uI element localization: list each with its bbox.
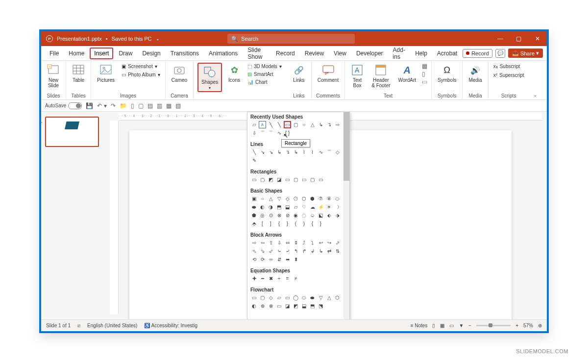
shape-basic-25[interactable]: ⊗ bbox=[275, 212, 283, 219]
shape-arrow-4[interactable]: ⇔ bbox=[284, 239, 291, 246]
slide-thumbnail-1[interactable] bbox=[45, 117, 99, 147]
shape-line-f[interactable]: ↳ bbox=[292, 148, 299, 156]
media-button[interactable]: 🔊Media bbox=[466, 63, 484, 84]
superscript-button[interactable]: x²Superscript bbox=[492, 72, 525, 79]
shape-eq-times[interactable]: ✖ bbox=[267, 275, 274, 282]
shape-line-i[interactable]: ∿ bbox=[317, 148, 324, 156]
shape-rect-3[interactable]: ◩ bbox=[267, 176, 274, 183]
shape-basic-35[interactable]: ] bbox=[267, 220, 274, 227]
comment-button[interactable]: Comment bbox=[316, 63, 341, 84]
tab-record[interactable]: Record bbox=[271, 48, 299, 59]
text-direction-icon[interactable]: ⎚ bbox=[77, 323, 80, 328]
shape-flow-15[interactable]: ◪ bbox=[284, 302, 291, 310]
shape-arrow-1[interactable]: ⇦ bbox=[259, 239, 266, 246]
shape-trapezoid[interactable]: ▱ bbox=[250, 121, 258, 128]
links-button[interactable]: 🔗 Links bbox=[291, 63, 307, 84]
shape-basic-29[interactable]: ☺ bbox=[309, 212, 316, 219]
shape-line-a[interactable]: ╲ bbox=[250, 148, 258, 156]
shape-basic-20[interactable]: ☀ bbox=[325, 203, 333, 211]
maximize-button[interactable]: ▢ bbox=[510, 31, 528, 46]
shape-line-k[interactable]: ◇ bbox=[334, 148, 341, 156]
header-footer-button[interactable]: Header & Footer bbox=[369, 63, 392, 89]
tab-transitions[interactable]: Transitions bbox=[166, 48, 203, 59]
shape-basic-3[interactable]: ▽ bbox=[275, 195, 283, 202]
shape-line-b[interactable]: ↘ bbox=[259, 148, 266, 156]
tab-file[interactable]: File bbox=[45, 48, 63, 59]
shape-flow-19[interactable]: ⬔ bbox=[317, 302, 324, 310]
shape-arrow-11[interactable]: ⬁ bbox=[250, 247, 258, 255]
search-input[interactable]: 🔍 Search bbox=[227, 34, 355, 44]
zoom-out-button[interactable]: − bbox=[468, 323, 471, 328]
shape-arrow-9[interactable]: ↪ bbox=[325, 239, 333, 246]
shape-arrow-14[interactable]: ⤷ bbox=[275, 247, 283, 255]
subscript-button[interactable]: x₂Subscript bbox=[492, 63, 525, 70]
shape-basic-33[interactable]: ⬘ bbox=[250, 220, 258, 227]
normal-view-icon[interactable]: ▯ bbox=[432, 323, 435, 328]
shape-flow-7[interactable]: ⬬ bbox=[309, 294, 316, 301]
shape-basic-14[interactable]: ⬒ bbox=[275, 203, 283, 211]
shape-oval[interactable]: ○ bbox=[300, 121, 308, 128]
3d-models-button[interactable]: ⬚3D Models ▾ bbox=[246, 63, 283, 70]
shape-arrow-17[interactable]: ↱ bbox=[300, 247, 308, 255]
shape-flow-11[interactable]: ◐ bbox=[250, 302, 258, 310]
shape-basic-41[interactable]: } bbox=[317, 220, 324, 227]
shape-basic-15[interactable]: ⬓ bbox=[284, 203, 291, 211]
shape-flow-4[interactable]: ▭ bbox=[284, 294, 291, 301]
shape-basic-32[interactable]: ⬗ bbox=[334, 212, 341, 219]
shape-arrow-10[interactable]: ⬀ bbox=[334, 239, 341, 246]
shape-line-g[interactable]: ⌇ bbox=[300, 148, 308, 156]
shape-arrow-23[interactable]: ⟳ bbox=[259, 256, 266, 263]
shape-eq-neq[interactable]: ≠ bbox=[292, 275, 299, 282]
shape-arrow-24[interactable]: ⬄ bbox=[267, 256, 274, 263]
shape-basic-12[interactable]: ◐ bbox=[259, 203, 266, 211]
shape-basic-9[interactable]: ⑧ bbox=[325, 195, 333, 202]
cameo-button[interactable]: Cameo bbox=[170, 63, 189, 84]
shape-flow-2[interactable]: ◇ bbox=[267, 294, 274, 301]
zoom-in-button[interactable]: + bbox=[515, 323, 518, 328]
shape-rect-2[interactable]: ▢ bbox=[259, 176, 266, 183]
shape-eq-minus[interactable]: ━ bbox=[259, 275, 266, 282]
close-button[interactable]: ✕ bbox=[528, 31, 547, 46]
photo-album-button[interactable]: ▭Photo Album ▾ bbox=[121, 71, 161, 78]
shape-arrow-15[interactable]: ⤶ bbox=[284, 247, 291, 255]
shape-line-e[interactable]: ↴ bbox=[284, 148, 291, 156]
undo-icon[interactable]: ↶ ▾ bbox=[97, 102, 106, 109]
shapes-button[interactable]: Shapes▾ bbox=[197, 63, 222, 92]
shape-basic-4[interactable]: ◇ bbox=[284, 195, 291, 202]
shape-line-h[interactable]: ⌇ bbox=[309, 148, 316, 156]
shape-flow-13[interactable]: ⊗ bbox=[267, 302, 274, 310]
shape-basic-18[interactable]: ☁ bbox=[309, 203, 316, 211]
shape-basic-21[interactable]: ☽ bbox=[334, 203, 341, 211]
smartart-button[interactable]: ▤SmartArt bbox=[246, 71, 283, 78]
shape-arrow-13[interactable]: ⬃ bbox=[267, 247, 274, 255]
qat-icon-1[interactable]: ▢ bbox=[138, 102, 144, 109]
shape-arrow-2[interactable]: ⇧ bbox=[267, 239, 274, 246]
shape-basic-26[interactable]: ⊘ bbox=[284, 212, 291, 219]
accessibility-status[interactable]: ♿ Accessibility: Investig bbox=[144, 323, 197, 328]
icons-button[interactable]: ✿ Icons bbox=[226, 63, 243, 84]
tab-developer[interactable]: Developer bbox=[352, 48, 388, 59]
shape-line[interactable]: ╲ bbox=[267, 121, 274, 128]
shape-arrow-22[interactable]: ⟲ bbox=[250, 256, 258, 263]
shape-basic-39[interactable]: ) bbox=[300, 220, 308, 227]
shape-arrow-down[interactable]: ⇩ bbox=[250, 129, 258, 137]
tab-help[interactable]: Help bbox=[411, 48, 432, 59]
shape-arrow-26[interactable]: ⬌ bbox=[284, 256, 291, 263]
tab-home[interactable]: Home bbox=[64, 48, 89, 59]
shape-basic-2[interactable]: △ bbox=[267, 195, 274, 202]
shape-connector[interactable]: ↳ bbox=[317, 121, 324, 128]
shape-line2[interactable]: ╲ bbox=[275, 121, 283, 128]
shape-arrow-0[interactable]: ⇨ bbox=[250, 239, 258, 246]
date-time-icon[interactable]: ▦ bbox=[422, 63, 427, 70]
shape-flow-9[interactable]: △ bbox=[325, 294, 333, 301]
shape-arrow-12[interactable]: ⬂ bbox=[259, 247, 266, 255]
tab-view[interactable]: View bbox=[329, 48, 351, 59]
shape-arrow-21[interactable]: ⇅ bbox=[334, 247, 341, 255]
shape-rounded-rect[interactable]: ▢ bbox=[292, 121, 299, 128]
language-status[interactable]: English (United States) bbox=[87, 323, 137, 328]
shape-arrow-16[interactable]: ↰ bbox=[292, 247, 299, 255]
shape-basic-37[interactable]: } bbox=[284, 220, 291, 227]
shape-rect-1[interactable]: ▭ bbox=[250, 176, 258, 183]
shape-basic-30[interactable]: ⬕ bbox=[317, 212, 324, 219]
shape-rect-7[interactable]: ▭ bbox=[300, 176, 308, 183]
